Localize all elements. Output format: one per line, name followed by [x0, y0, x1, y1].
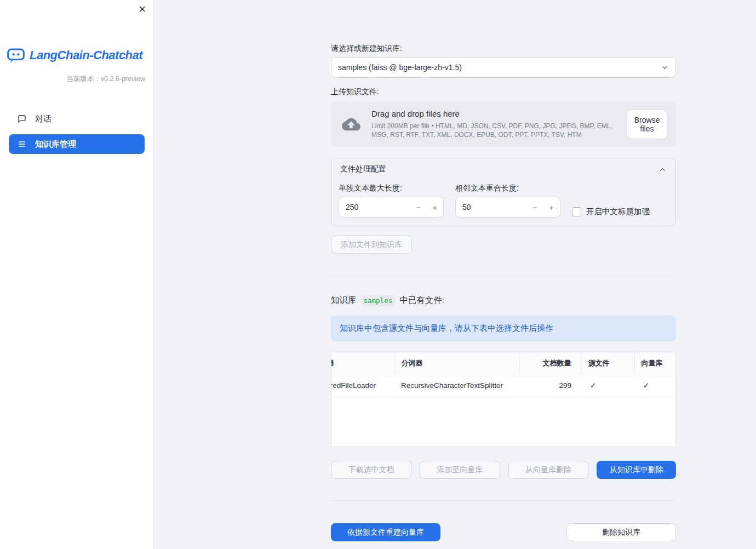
sidebar: × LangChain-Chatchat 当前版本：v0.2.6-preview [0, 0, 153, 549]
table-row[interactable]: UnstructuredFileLoader RecursiveCharacte… [331, 374, 676, 397]
langchain-chatchat-logo-icon [7, 47, 25, 64]
overlap-size-group: 相邻文本重合长度: 50 − + [455, 184, 560, 218]
chunk-size-label: 单段文本最大长度: [339, 184, 444, 193]
file-config-expander: 文件处理配置 单段文本最大长度: 250 − + [331, 158, 676, 226]
main-area: 请选择或新建知识库: samples (faiss @ bge-large-zh… [153, 0, 756, 549]
cell-source-file-check: ✓ [581, 374, 634, 397]
add-files-to-kb-button[interactable]: 添加文件到知识库 [331, 236, 412, 254]
chevron-down-icon [661, 64, 669, 72]
file-actions-row: 下载选中文档 添加至向量库 从向量库删除 从知识库中删除 [331, 461, 676, 479]
add-to-vector-store-button[interactable]: 添加至向量库 [420, 461, 500, 479]
kb-name-code: samples [361, 295, 396, 306]
zh-title-enhance-group: 开启中文标题加强 [572, 207, 650, 217]
divider [331, 276, 676, 276]
sidebar-nav: 对话 知识库管理 [0, 100, 153, 163]
cloud-upload-icon [340, 115, 363, 134]
column-header-doc-count[interactable]: 文档数量 [519, 352, 581, 374]
column-header-vector-store[interactable]: 向量库 [634, 352, 676, 374]
delete-from-kb-button[interactable]: 从知识库中删除 [597, 461, 676, 479]
column-header-splitter[interactable]: 分词器 [394, 352, 519, 374]
chat-bubble-icon [18, 115, 26, 123]
table-header-row: 文档加载器 分词器 文档数量 源文件 向量库 [331, 352, 676, 374]
kb-actions-row: 依据源文件重建向量库 删除知识库 [331, 523, 676, 541]
app-window: × LangChain-Chatchat 当前版本：v0.2.6-preview [0, 0, 756, 549]
cell-loader: UnstructuredFileLoader [331, 374, 394, 397]
chunk-size-value: 250 [339, 203, 410, 211]
delete-from-vector-store-button[interactable]: 从向量库删除 [508, 461, 589, 479]
file-uploader-dropzone[interactable]: Drag and drop files here Limit 200MB per… [331, 101, 676, 147]
kb-selectbox-value: samples (faiss @ bge-large-zh-v1.5) [338, 63, 462, 72]
delete-kb-button[interactable]: 删除知识库 [566, 523, 676, 541]
cell-splitter: RecursiveCharacterTextSplitter [394, 374, 519, 397]
kb-files-prefix: 知识库 [331, 295, 357, 306]
file-config-body: 单段文本最大长度: 250 − + 相邻文本重合长度: 50 − + [331, 180, 675, 226]
info-message: 知识库中包含源文件与向量库，请从下表中选择文件后操作 [331, 316, 676, 341]
chunk-size-input[interactable]: 250 − + [339, 197, 444, 218]
overlap-size-decrement-button[interactable]: − [527, 197, 543, 217]
zh-title-enhance-label: 开启中文标题加强 [586, 207, 650, 217]
sidebar-item-dialogue[interactable]: 对话 [9, 109, 145, 129]
kb-files-heading: 知识库 samples 中已有文件: [331, 295, 676, 306]
overlap-size-input[interactable]: 50 − + [455, 197, 560, 218]
overlap-size-increment-button[interactable]: + [543, 197, 560, 217]
version-label: 当前版本：v0.2.6-preview [0, 75, 153, 84]
expander-title: 文件处理配置 [340, 164, 386, 174]
uploader-texts: Drag and drop files here Limit 200MB per… [371, 109, 618, 139]
divider [331, 501, 676, 501]
logo: LangChain-Chatchat [0, 47, 153, 64]
browse-files-button[interactable]: Browse files [627, 110, 667, 139]
chevron-up-icon [658, 165, 667, 174]
column-header-loader[interactable]: 文档加载器 [331, 352, 394, 374]
download-selected-button[interactable]: 下载选中文档 [331, 461, 411, 479]
chunk-size-group: 单段文本最大长度: 250 − + [339, 184, 444, 218]
kb-select-label: 请选择或新建知识库: [331, 44, 676, 54]
cell-vector-store-check: ✓ [634, 374, 676, 397]
chunk-size-increment-button[interactable]: + [427, 197, 443, 217]
zh-title-enhance-checkbox[interactable] [572, 207, 581, 216]
sidebar-item-label: 对话 [35, 114, 51, 124]
logo-text: LangChain-Chatchat [30, 48, 142, 62]
kb-files-suffix: 中已有文件: [399, 295, 444, 306]
column-header-source-file[interactable]: 源文件 [581, 352, 634, 374]
overlap-size-label: 相邻文本重合长度: [455, 184, 560, 193]
close-sidebar-icon[interactable]: × [139, 3, 146, 15]
sidebar-item-label: 知识库管理 [35, 139, 76, 150]
rebuild-vector-store-button[interactable]: 依据源文件重建向量库 [331, 523, 440, 541]
file-config-expander-header[interactable]: 文件处理配置 [331, 158, 675, 180]
upload-limit-text: Limit 200MB per file • HTML, MD, JSON, C… [371, 122, 618, 139]
sidebar-item-knowledge-base[interactable]: 知识库管理 [9, 134, 145, 154]
list-icon [18, 140, 26, 148]
kb-files-table[interactable]: 文档加载器 分词器 文档数量 源文件 向量库 UnstructuredFileL… [331, 352, 676, 447]
upload-files-label: 上传知识文件: [331, 87, 676, 97]
chunk-size-decrement-button[interactable]: − [410, 197, 427, 217]
kb-selectbox[interactable]: samples (faiss @ bge-large-zh-v1.5) [331, 57, 676, 78]
cell-doc-count: 299 [519, 374, 581, 397]
overlap-size-value: 50 [456, 203, 527, 211]
drag-drop-text: Drag and drop files here [371, 109, 618, 118]
